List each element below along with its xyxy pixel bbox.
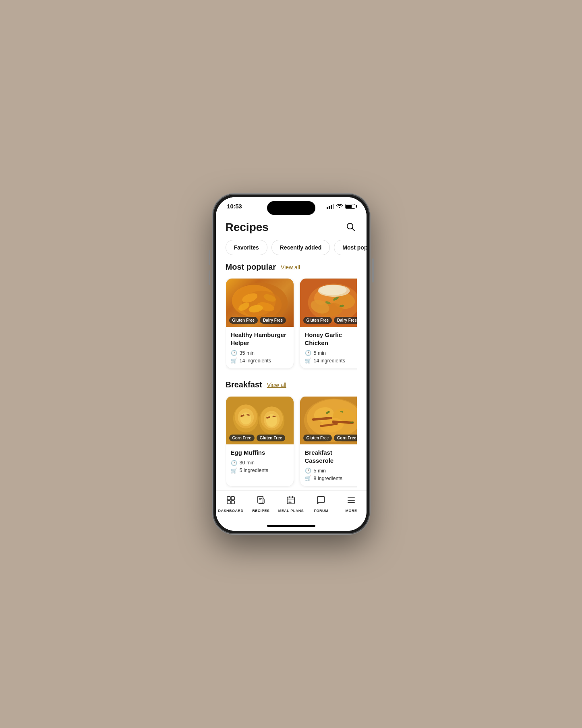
svg-rect-53 (231, 501, 234, 504)
recipe-ingredients-egg-muffins: 🛒 5 ingredients (231, 468, 289, 474)
clock-icon-2: 🕐 (305, 350, 311, 356)
most-popular-header: Most popular View all (226, 262, 357, 272)
search-button[interactable] (344, 220, 357, 234)
cart-icon-4: 🛒 (305, 475, 311, 481)
recipe-image-honey-garlic: Gluten Free Dairy Free (300, 279, 357, 327)
most-popular-section: Most popular View all (216, 262, 367, 380)
nav-item-meal-plans[interactable]: MEAL PLANS (276, 494, 306, 514)
meal-plans-icon (286, 495, 296, 508)
cart-icon-1: 🛒 (231, 358, 237, 364)
recipe-tags-egg-muffins: Corn Free Gluten Free (229, 435, 286, 441)
recipe-time-value-2: 5 min (314, 350, 326, 356)
signal-icon (327, 204, 334, 209)
recipe-name-honey-garlic: Honey Garlic Chicken (305, 331, 357, 347)
recipes-label: RECIPES (252, 509, 269, 513)
tag-gluten-free-4: Gluten Free (303, 435, 332, 441)
svg-rect-52 (227, 501, 230, 504)
recipe-meta-egg-muffins: 🕐 30 min 🛒 5 ingredients (231, 460, 289, 474)
svg-rect-50 (227, 497, 230, 500)
forum-icon (316, 495, 326, 508)
recipe-card-honey-garlic[interactable]: Gluten Free Dairy Free Honey Garlic Chic… (300, 278, 357, 369)
tag-dairy-free-2: Dairy Free (334, 317, 356, 324)
recipes-icon (256, 495, 266, 508)
battery-icon (345, 204, 355, 209)
dynamic-island (267, 201, 315, 215)
recipe-time-honey-garlic: 🕐 5 min (305, 350, 357, 356)
meal-plans-label: MEAL PLANS (278, 509, 304, 513)
recipe-image-hamburger-helper: Gluten Free Dairy Free (226, 279, 294, 327)
page-header: Recipes (216, 213, 367, 240)
tab-recently-added[interactable]: Recently added (271, 240, 330, 255)
recipe-card-body-honey-garlic: Honey Garlic Chicken 🕐 5 min 🛒 14 ingred… (300, 327, 357, 368)
recipe-tags-casserole: Gluten Free Corn Free (303, 435, 357, 441)
dashboard-label: DASHBOARD (218, 509, 243, 513)
recipe-time-value-3: 30 min (240, 460, 255, 466)
filter-tabs: Favorites Recently added Most popular (216, 240, 367, 262)
tab-favorites[interactable]: Favorites (226, 240, 267, 255)
recipe-card-egg-muffins[interactable]: Corn Free Gluten Free Egg Muffins 🕐 30 m… (226, 396, 294, 487)
recipe-time-hamburger-helper: 🕐 35 min (231, 350, 289, 356)
cart-icon-2: 🛒 (305, 358, 311, 364)
tag-gluten-free-2: Gluten Free (303, 317, 332, 324)
search-icon (346, 222, 355, 231)
most-popular-title: Most popular (226, 262, 276, 272)
more-icon (346, 495, 356, 508)
volume-up-button (209, 250, 210, 265)
phone-frame: 10:53 (213, 194, 370, 534)
most-popular-view-all[interactable]: View all (281, 264, 300, 270)
recipe-card-body-hamburger-helper: Healthy Hamburger Helper 🕐 35 min 🛒 14 i… (226, 327, 294, 368)
wifi-icon (336, 203, 343, 209)
recipe-time-egg-muffins: 🕐 30 min (231, 460, 289, 466)
recipe-name-egg-muffins: Egg Muffins (231, 449, 289, 457)
nav-item-dashboard[interactable]: DASHBOARD (216, 494, 246, 514)
recipe-ingredients-value-4: 8 ingredients (314, 476, 343, 481)
recipe-name-hamburger-helper: Healthy Hamburger Helper (231, 331, 289, 347)
clock-icon-1: 🕐 (231, 350, 237, 356)
tab-most-popular[interactable]: Most popular (334, 240, 366, 255)
recipe-card-body-casserole: Breakfast Casserole 🕐 5 min 🛒 8 ingredie… (300, 445, 357, 486)
tag-corn-free-2: Corn Free (334, 435, 356, 441)
recipe-ingredients-value-3: 5 ingredients (240, 468, 269, 473)
bottom-navigation: DASHBOARD RECIPES (216, 490, 367, 522)
nav-item-forum[interactable]: FORUM (306, 494, 336, 514)
svg-point-33 (266, 414, 277, 427)
svg-point-17 (319, 285, 346, 295)
home-indicator (216, 522, 367, 531)
clock-icon-4: 🕐 (305, 468, 311, 474)
tag-gluten-free: Gluten Free (229, 317, 258, 324)
recipe-ingredients-hamburger-helper: 🛒 14 ingredients (231, 358, 289, 364)
svg-line-1 (352, 229, 354, 231)
volume-down-button (209, 270, 210, 285)
breakfast-view-all[interactable]: View all (267, 382, 286, 388)
recipe-image-breakfast-casserole: Gluten Free Corn Free (300, 396, 357, 445)
recipe-tags-honey-garlic: Gluten Free Dairy Free (303, 317, 357, 324)
recipe-card-body-egg-muffins: Egg Muffins 🕐 30 min 🛒 5 ingredients (226, 445, 294, 478)
svg-rect-55 (287, 497, 294, 504)
recipe-name-casserole: Breakfast Casserole (305, 449, 357, 464)
breakfast-header: Breakfast View all (226, 380, 357, 389)
recipe-tags-hamburger-helper: Gluten Free Dairy Free (229, 317, 286, 324)
recipe-time-value-4: 5 min (314, 468, 326, 474)
page-title: Recipes (226, 221, 269, 234)
recipe-ingredients-casserole: 🛒 8 ingredients (305, 475, 357, 481)
breakfast-section: Breakfast View all (216, 380, 367, 490)
tag-corn-free-1: Corn Free (229, 435, 255, 441)
more-label: MORE (346, 509, 357, 513)
nav-item-more[interactable]: MORE (336, 494, 367, 514)
home-bar (267, 525, 315, 527)
recipe-card-hamburger-helper[interactable]: Gluten Free Dairy Free Healthy Hamburger… (226, 278, 294, 369)
recipe-image-egg-muffins: Corn Free Gluten Free (226, 396, 294, 445)
recipe-ingredients-value-1: 14 ingredients (240, 358, 271, 364)
tag-gluten-free-3: Gluten Free (257, 435, 286, 441)
most-popular-cards: Gluten Free Dairy Free Healthy Hamburger… (226, 278, 357, 370)
recipe-meta-casserole: 🕐 5 min 🛒 8 ingredients (305, 468, 357, 481)
recipe-meta-hamburger-helper: 🕐 35 min 🛒 14 ingredients (231, 350, 289, 364)
status-icons (327, 203, 355, 209)
status-bar: 10:53 (216, 197, 367, 213)
nav-item-recipes[interactable]: RECIPES (246, 494, 276, 514)
recipe-card-breakfast-casserole[interactable]: Gluten Free Corn Free Breakfast Casserol… (300, 396, 357, 487)
breakfast-title: Breakfast (226, 380, 262, 389)
svg-point-27 (240, 412, 251, 424)
cart-icon-3: 🛒 (231, 468, 237, 474)
phone-screen: 10:53 (216, 197, 367, 531)
